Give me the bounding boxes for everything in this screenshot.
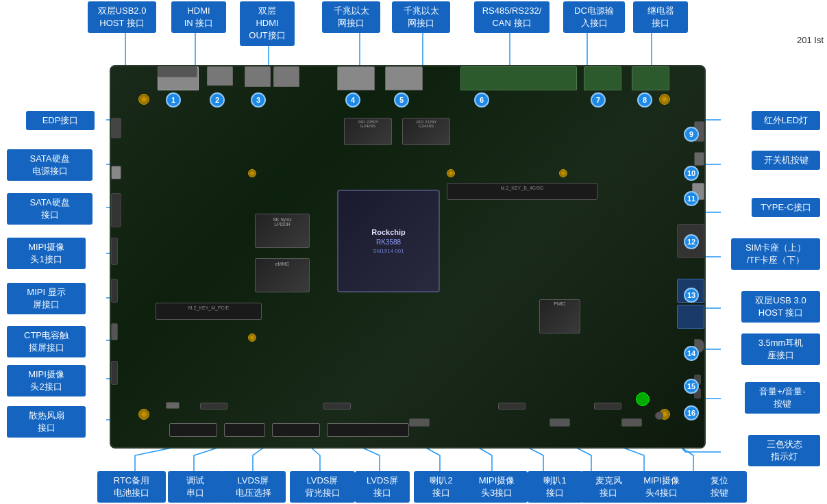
label-volume: 音量+/音量-按键 — [745, 382, 820, 414]
num-16: 16 — [684, 405, 699, 420]
label-hdmi-out: 双层HDMIOUT接口 — [240, 1, 295, 46]
label-lvds-backlight: LVDS屏背光接口 — [290, 471, 355, 503]
label-power-btn: 开关机按键 — [752, 151, 820, 170]
label-eth1: 千兆以太网接口 — [322, 1, 380, 33]
label-lvds-if: LVDS屏接口 — [355, 471, 410, 503]
num-3: 3 — [251, 92, 266, 108]
label-eth2: 千兆以太网接口 — [392, 1, 450, 33]
label-hdmi-in: HDMIIN 接口 — [171, 1, 226, 33]
num-4: 4 — [345, 92, 360, 108]
label-speaker1: 喇叭1接口 — [528, 471, 582, 503]
label-rs485: RS485/RS232/CAN 接口 — [474, 1, 550, 33]
num-2: 2 — [210, 92, 225, 108]
label-ir-led: 红外LED灯 — [752, 111, 820, 130]
num-15: 15 — [684, 379, 699, 394]
label-sim-tf: SIM卡座（上）/TF卡座（下） — [731, 238, 820, 270]
label-headphone: 3.5mm耳机座接口 — [741, 333, 820, 365]
label-typec: TYPE-C接口 — [752, 198, 820, 217]
num-5: 5 — [394, 92, 409, 108]
num-14: 14 — [684, 346, 699, 361]
num-6: 6 — [474, 92, 489, 108]
label-reset: 复位按键 — [692, 471, 747, 503]
num-1: 1 — [166, 92, 181, 108]
label-mic: 麦克风接口 — [581, 471, 636, 503]
label-edp: EDP接口 — [26, 111, 95, 130]
label-mipi-cam1: MIPI摄像头1接口 — [7, 238, 86, 269]
num-13: 13 — [684, 288, 699, 303]
num-9: 9 — [684, 127, 699, 142]
label-dc-power: DC电源输入接口 — [563, 1, 625, 33]
num-8: 8 — [637, 92, 652, 108]
label-fan: 散热风扇接口 — [7, 406, 86, 438]
label-sata-hdd: SATA硬盘接口 — [7, 193, 92, 225]
label-usb3-host: 双层USB 3.0HOST 接口 — [741, 291, 820, 323]
label-rtc: RTC备用电池接口 — [97, 471, 166, 503]
num-12: 12 — [684, 234, 699, 249]
num-10: 10 — [684, 166, 699, 181]
label-sata-power: SATA硬盘电源接口 — [7, 149, 92, 181]
label-relay: 继电器接口 — [633, 1, 688, 33]
label-mipi-display: MIPI 显示屏接口 — [7, 283, 86, 314]
label-mipi-cam4: MIPI摄像头4接口 — [629, 471, 694, 503]
num-7: 7 — [591, 92, 606, 108]
label-mipi-cam3: MIPI摄像头3接口 — [466, 471, 528, 503]
label-usb2-host: 双层USB2.0HOST 接口 — [88, 1, 156, 33]
label-ctp: CTP电容触摸屏接口 — [7, 326, 86, 357]
label-mipi-cam2: MIPI摄像头2接口 — [7, 365, 86, 396]
label-debug-uart: 调试串口 — [168, 471, 223, 503]
label-speaker2: 喇叭2接口 — [414, 471, 469, 503]
label-lvds-voltage: LVDS屏电压选择 — [221, 471, 286, 503]
bottom-right-text: 201 Ist — [797, 35, 824, 45]
label-status-led: 三色状态指示灯 — [748, 435, 820, 466]
num-11: 11 — [684, 191, 699, 206]
